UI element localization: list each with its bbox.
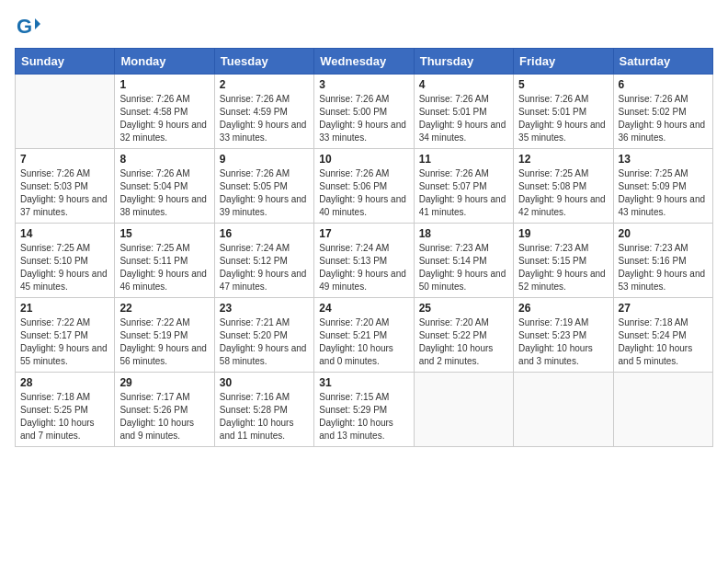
calendar-cell: 20 Sunrise: 7:23 AMSunset: 5:16 PMDaylig… (613, 224, 712, 298)
cell-date: 22 (119, 302, 209, 315)
cell-info: Sunrise: 7:23 AMSunset: 5:14 PMDaylight:… (419, 242, 508, 293)
cell-date: 11 (419, 153, 508, 166)
cell-date: 18 (419, 227, 508, 240)
cell-date: 2 (220, 78, 309, 91)
cell-date: 7 (20, 153, 109, 166)
calendar-cell: 17 Sunrise: 7:24 AMSunset: 5:13 PMDaylig… (314, 224, 414, 298)
cell-info: Sunrise: 7:26 AMSunset: 5:03 PMDaylight:… (20, 167, 109, 219)
cell-info: Sunrise: 7:18 AMSunset: 5:25 PMDaylight:… (20, 391, 109, 442)
cell-date: 29 (119, 376, 209, 389)
cell-date: 26 (518, 302, 608, 315)
col-header-friday: Friday (514, 49, 613, 75)
cell-info: Sunrise: 7:23 AMSunset: 5:16 PMDaylight:… (619, 242, 708, 293)
cell-date: 27 (619, 302, 708, 315)
svg-marker-1 (35, 18, 40, 29)
calendar-cell: 12 Sunrise: 7:25 AMSunset: 5:08 PMDaylig… (514, 149, 613, 224)
cell-info: Sunrise: 7:25 AMSunset: 5:09 PMDaylight:… (619, 167, 708, 219)
calendar-cell: 25 Sunrise: 7:20 AMSunset: 5:22 PMDaylig… (414, 298, 513, 373)
calendar-cell: 10 Sunrise: 7:26 AMSunset: 5:06 PMDaylig… (314, 149, 414, 224)
cell-date: 20 (619, 227, 708, 240)
calendar-week-2: 7 Sunrise: 7:26 AMSunset: 5:03 PMDayligh… (16, 149, 713, 224)
cell-info: Sunrise: 7:24 AMSunset: 5:12 PMDaylight:… (220, 242, 309, 293)
cell-info: Sunrise: 7:26 AMSunset: 5:05 PMDaylight:… (220, 167, 309, 219)
logo-icon: G (15, 15, 40, 40)
calendar-cell: 29 Sunrise: 7:17 AMSunset: 5:26 PMDaylig… (115, 373, 214, 447)
cell-date: 14 (20, 227, 109, 240)
cell-info: Sunrise: 7:25 AMSunset: 5:08 PMDaylight:… (518, 167, 608, 219)
cell-date: 16 (220, 227, 309, 240)
cell-info: Sunrise: 7:26 AMSunset: 5:00 PMDaylight:… (319, 93, 408, 144)
calendar-cell: 30 Sunrise: 7:16 AMSunset: 5:28 PMDaylig… (214, 373, 313, 447)
calendar-cell: 9 Sunrise: 7:26 AMSunset: 5:05 PMDayligh… (214, 149, 313, 224)
cell-info: Sunrise: 7:22 AMSunset: 5:17 PMDaylight:… (20, 316, 109, 368)
calendar-cell: 4 Sunrise: 7:26 AMSunset: 5:01 PMDayligh… (414, 75, 513, 149)
cell-date: 21 (20, 302, 109, 315)
cell-date: 6 (619, 78, 708, 91)
logo: G (15, 15, 44, 40)
cell-date: 23 (220, 302, 309, 315)
cell-date: 1 (119, 78, 209, 91)
calendar-cell: 19 Sunrise: 7:23 AMSunset: 5:15 PMDaylig… (514, 224, 613, 298)
calendar-cell: 31 Sunrise: 7:15 AMSunset: 5:29 PMDaylig… (314, 373, 414, 447)
cell-info: Sunrise: 7:26 AMSunset: 4:58 PMDaylight:… (119, 93, 209, 144)
calendar-cell (16, 75, 115, 149)
col-header-wednesday: Wednesday (314, 49, 414, 75)
col-header-thursday: Thursday (414, 49, 513, 75)
calendar-cell: 5 Sunrise: 7:26 AMSunset: 5:01 PMDayligh… (514, 75, 613, 149)
cell-info: Sunrise: 7:25 AMSunset: 5:11 PMDaylight:… (119, 242, 209, 293)
cell-date: 17 (319, 227, 408, 240)
cell-date: 13 (619, 153, 708, 166)
calendar-cell: 18 Sunrise: 7:23 AMSunset: 5:14 PMDaylig… (414, 224, 513, 298)
calendar-cell: 28 Sunrise: 7:18 AMSunset: 5:25 PMDaylig… (16, 373, 115, 447)
cell-date: 19 (518, 227, 608, 240)
calendar-cell: 13 Sunrise: 7:25 AMSunset: 5:09 PMDaylig… (613, 149, 712, 224)
calendar-cell: 1 Sunrise: 7:26 AMSunset: 4:58 PMDayligh… (115, 75, 214, 149)
cell-info: Sunrise: 7:26 AMSunset: 5:01 PMDaylight:… (419, 93, 508, 144)
calendar-cell: 24 Sunrise: 7:20 AMSunset: 5:21 PMDaylig… (314, 298, 414, 373)
cell-info: Sunrise: 7:26 AMSunset: 5:01 PMDaylight:… (518, 93, 608, 144)
cell-info: Sunrise: 7:17 AMSunset: 5:26 PMDaylight:… (119, 391, 209, 442)
cell-info: Sunrise: 7:22 AMSunset: 5:19 PMDaylight:… (119, 316, 209, 368)
calendar-cell: 22 Sunrise: 7:22 AMSunset: 5:19 PMDaylig… (115, 298, 214, 373)
cell-info: Sunrise: 7:26 AMSunset: 4:59 PMDaylight:… (220, 93, 309, 144)
cell-info: Sunrise: 7:21 AMSunset: 5:20 PMDaylight:… (220, 316, 309, 368)
cell-info: Sunrise: 7:18 AMSunset: 5:24 PMDaylight:… (619, 316, 708, 368)
cell-date: 9 (220, 153, 309, 166)
cell-info: Sunrise: 7:25 AMSunset: 5:10 PMDaylight:… (20, 242, 109, 293)
calendar-cell: 11 Sunrise: 7:26 AMSunset: 5:07 PMDaylig… (414, 149, 513, 224)
calendar-cell: 21 Sunrise: 7:22 AMSunset: 5:17 PMDaylig… (16, 298, 115, 373)
col-header-saturday: Saturday (613, 49, 712, 75)
cell-date: 24 (319, 302, 408, 315)
cell-date: 4 (419, 78, 508, 91)
cell-date: 3 (319, 78, 408, 91)
cell-info: Sunrise: 7:24 AMSunset: 5:13 PMDaylight:… (319, 242, 408, 293)
calendar-week-4: 21 Sunrise: 7:22 AMSunset: 5:17 PMDaylig… (16, 298, 713, 373)
cell-info: Sunrise: 7:26 AMSunset: 5:02 PMDaylight:… (619, 93, 708, 144)
cell-date: 15 (119, 227, 209, 240)
cell-info: Sunrise: 7:16 AMSunset: 5:28 PMDaylight:… (220, 391, 309, 442)
calendar-cell: 27 Sunrise: 7:18 AMSunset: 5:24 PMDaylig… (613, 298, 712, 373)
cell-date: 25 (419, 302, 508, 315)
calendar-cell: 2 Sunrise: 7:26 AMSunset: 4:59 PMDayligh… (214, 75, 313, 149)
calendar-week-1: 1 Sunrise: 7:26 AMSunset: 4:58 PMDayligh… (16, 75, 713, 149)
cell-info: Sunrise: 7:19 AMSunset: 5:23 PMDaylight:… (518, 316, 608, 368)
cell-date: 31 (319, 376, 408, 389)
calendar-cell (613, 373, 712, 447)
calendar-cell: 15 Sunrise: 7:25 AMSunset: 5:11 PMDaylig… (115, 224, 214, 298)
calendar-week-3: 14 Sunrise: 7:25 AMSunset: 5:10 PMDaylig… (16, 224, 713, 298)
cell-date: 10 (319, 153, 408, 166)
col-header-tuesday: Tuesday (214, 49, 313, 75)
calendar-cell: 26 Sunrise: 7:19 AMSunset: 5:23 PMDaylig… (514, 298, 613, 373)
cell-info: Sunrise: 7:23 AMSunset: 5:15 PMDaylight:… (518, 242, 608, 293)
calendar-cell: 8 Sunrise: 7:26 AMSunset: 5:04 PMDayligh… (115, 149, 214, 224)
calendar-cell: 3 Sunrise: 7:26 AMSunset: 5:00 PMDayligh… (314, 75, 414, 149)
calendar-cell: 7 Sunrise: 7:26 AMSunset: 5:03 PMDayligh… (16, 149, 115, 224)
cell-info: Sunrise: 7:20 AMSunset: 5:22 PMDaylight:… (419, 316, 508, 368)
svg-text:G: G (17, 15, 32, 38)
col-header-sunday: Sunday (16, 49, 115, 75)
cell-date: 28 (20, 376, 109, 389)
cell-info: Sunrise: 7:15 AMSunset: 5:29 PMDaylight:… (319, 391, 408, 442)
cell-info: Sunrise: 7:26 AMSunset: 5:07 PMDaylight:… (419, 167, 508, 219)
calendar-cell (514, 373, 613, 447)
col-header-monday: Monday (115, 49, 214, 75)
